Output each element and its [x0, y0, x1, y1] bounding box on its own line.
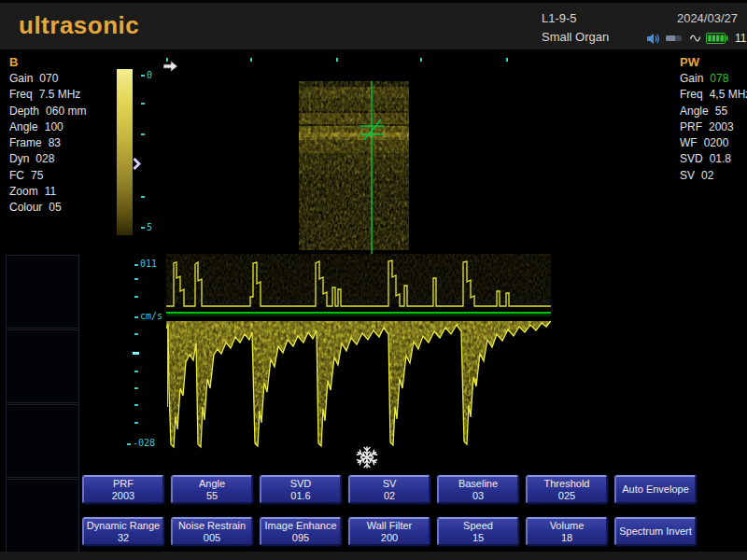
depth-tick — [141, 227, 145, 229]
image-thumbnail-slot-2[interactable] — [6, 329, 79, 403]
b-param-dyn: Dyn028 — [9, 152, 86, 168]
b-param-frame: Frame83 — [9, 136, 86, 152]
velocity-unit-label: cm/s — [140, 312, 162, 321]
b-param-colour: Colour05 — [9, 201, 86, 217]
b-param-freq: Freq7.5 MHz — [9, 88, 86, 104]
auto-envelope-button[interactable]: Auto Envelope — [614, 475, 697, 504]
dynamic-range-button[interactable]: Dynamic Range32 — [82, 517, 164, 546]
pw-spectrum-display — [166, 250, 551, 454]
image-thumbnail-slot-4[interactable] — [6, 479, 79, 553]
baseline-button[interactable]: Baseline03 — [437, 475, 519, 504]
depth-scale-bottom: 5 — [147, 223, 152, 232]
pw-mode-title: PW — [680, 55, 747, 72]
sv-button[interactable]: SV02 — [348, 475, 430, 504]
depth-tick — [141, 103, 145, 105]
ac-power-icon — [690, 34, 701, 43]
pw-mode-parameter-panel: PW Gain078 Freq4,5 MHz Angle55 PRF2003 W… — [680, 55, 747, 185]
top-status-bar: ultrasonic L1-9-5 Small Organ 2024/03/27 — [0, 3, 747, 49]
velocity-tick — [134, 333, 138, 335]
freeze-snowflake-icon — [355, 445, 379, 469]
pw-param-wf: WF0200 — [680, 136, 747, 152]
threshold-button[interactable]: Threshold025 — [526, 475, 608, 504]
image-thumbnail-slot-1[interactable] — [6, 255, 79, 329]
system-time: 11 57 — [735, 32, 747, 45]
velocity-tick — [134, 296, 138, 298]
bottom-strip — [0, 552, 747, 560]
status-icons: 11 57 — [647, 31, 747, 46]
pw-param-prf: PRF2003 — [680, 120, 747, 136]
velocity-baseline-tick — [133, 352, 139, 355]
pw-param-svd: SVD01.8 — [680, 152, 747, 168]
velocity-tick — [134, 422, 138, 424]
pw-param-gain: Gain078 — [680, 72, 747, 88]
depth-scale-top: 0 — [147, 71, 152, 80]
spectrum-invert-button[interactable]: Spectrum Invert — [614, 517, 697, 546]
image-thumbnail-slot-3[interactable] — [6, 404, 79, 478]
b-mode-image — [299, 81, 409, 253]
velocity-tick — [134, 404, 138, 406]
b-param-depth: Depth060 mm — [9, 105, 86, 120]
velocity-tick — [127, 443, 131, 445]
velocity-scale-top: 011 — [140, 259, 157, 269]
velocity-scale-bottom: -028 — [133, 439, 155, 448]
b-mode-title: B — [9, 55, 86, 72]
speaker-icon — [647, 33, 661, 45]
mouse-cursor-icon — [163, 61, 178, 72]
pw-param-angle: Angle55 — [680, 105, 747, 120]
b-param-fc: FC75 — [9, 169, 86, 185]
velocity-tick — [134, 371, 138, 372]
time-tick — [420, 58, 422, 62]
wall-filter-button[interactable]: Wall Filter200 — [348, 517, 430, 546]
prf-button[interactable]: PRF2003 — [82, 475, 164, 504]
time-tick — [506, 58, 508, 62]
volume-level-bar — [666, 35, 682, 41]
brand-logo: ultrasonic — [19, 11, 139, 40]
pw-param-freq: Freq4,5 MHz — [680, 88, 747, 104]
b-param-gain: Gain070 — [9, 72, 86, 88]
softkey-row-1: PRF2003 Angle55 SVD01.6 SV02 Baseline03 … — [82, 475, 697, 504]
depth-tick — [141, 133, 145, 135]
velocity-tick — [134, 278, 138, 280]
b-param-angle: Angle100 — [9, 120, 86, 136]
time-tick — [250, 58, 252, 62]
speed-button[interactable]: Speed15 — [437, 517, 519, 546]
volume-button[interactable]: Volume18 — [526, 517, 608, 546]
probe-model: L1-9-5 — [542, 11, 577, 25]
grayscale-colorbar — [117, 69, 133, 235]
angle-button[interactable]: Angle55 — [171, 475, 253, 504]
battery-icon — [706, 33, 728, 44]
system-date: 2024/03/27 — [677, 11, 738, 25]
softkey-row-2: Dynamic Range32 Noise Restrain005 Image … — [82, 517, 697, 546]
time-tick — [336, 58, 338, 62]
focus-marker-icon — [133, 158, 141, 170]
velocity-tick — [134, 387, 138, 389]
ultrasound-screen: ultrasonic L1-9-5 Small Organ 2024/03/27 — [0, 0, 747, 560]
depth-tick — [141, 196, 145, 198]
noise-restrain-button[interactable]: Noise Restrain005 — [171, 517, 253, 546]
image-enhance-button[interactable]: Image Enhance095 — [260, 517, 342, 546]
depth-tick — [141, 75, 145, 77]
velocity-tick — [134, 264, 138, 266]
b-mode-parameter-panel: B Gain070 Freq7.5 MHz Depth060 mm Angle1… — [9, 55, 86, 217]
velocity-tick — [134, 316, 138, 318]
svd-button[interactable]: SVD01.6 — [260, 475, 342, 504]
exam-preset: Small Organ — [542, 30, 609, 44]
pw-param-sv: SV02 — [680, 169, 747, 185]
b-param-zoom: Zoom11 — [9, 185, 86, 201]
